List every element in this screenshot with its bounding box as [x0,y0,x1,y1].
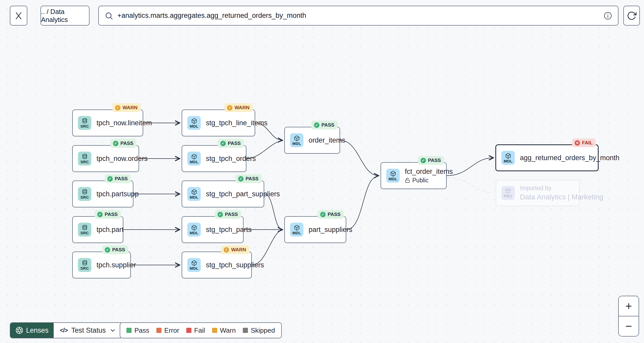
node-stg-tpch-line-items[interactable]: ! WARN MDL stg_tpch_line_items [182,110,255,136]
zoom-out-button[interactable]: − [619,316,639,336]
node-tpch-now-lineitem[interactable]: ! WARN SRC tpch_now.lineitem [72,110,143,136]
pass-icon: ✓ [107,176,113,182]
status-badge: ✓ PASS [418,156,444,165]
cube-icon [191,260,197,266]
cube-icon [191,225,197,231]
database-icon [82,118,88,124]
model-chip: MDL [290,133,303,147]
status-badge: ✓ PASS [311,121,337,129]
status-badge: ✓ PASS [318,210,344,219]
edge-stg-part-suppliers-part-suppliers [264,194,282,229]
node-label: stg_tpch_parts [206,226,252,234]
edge-fct-order-items-imported-project [447,178,494,193]
pass-icon: ✓ [320,212,326,217]
node-label: tpch_now.lineitem [96,119,152,127]
status-badge: ! WARN [112,103,141,112]
status-badge: ✕ FAIL [572,138,596,147]
lineage-canvas: { "topbar": { "breadcrumb": ".. / Data A… [0,0,644,343]
database-icon [82,154,88,160]
source-chip: SRC [78,152,91,166]
node-stg-tpch-suppliers[interactable]: ! WARN MDL stg_tpch_suppliers [182,252,252,278]
node-label: part_suppliers [309,226,352,234]
access-label: Public [405,177,453,184]
warn-swatch [212,328,217,333]
node-label: tpch_now.orders [96,155,148,163]
status-badge: ! WARN [224,103,253,112]
lenses-label: Lenses [26,326,49,334]
pass-swatch [126,328,132,333]
node-agg-returned-orders-by-month[interactable]: ✕ FAIL MDL agg_returned_orders_by_month [495,144,599,171]
node-imported-project[interactable]: PRJ Imported by Data Analytics | Marketi… [496,180,580,206]
legend-item-warn: Warn [212,326,236,334]
project-chip: PRJ [501,186,515,200]
edge-fct-order-items-agg [447,158,493,176]
pass-icon: ✓ [220,141,226,146]
lens-control: Lenses </> Test Status [10,322,123,338]
source-chip: SRC [78,223,91,237]
error-swatch [156,328,162,333]
node-tpch-supplier[interactable]: ✓ PASS SRC tpch.supplier [72,252,131,278]
node-label: tpch.supplier [96,261,136,269]
node-part-suppliers[interactable]: ✓ PASS MDL part_suppliers [284,216,346,243]
lens-selector[interactable]: </> Test Status [54,323,122,338]
pass-icon: ✓ [97,212,103,217]
skipped-swatch [243,328,248,333]
unlock-icon [405,178,410,183]
pass-icon: ✓ [314,122,319,128]
node-order-items[interactable]: ✓ PASS MDL order_items [284,127,340,154]
node-fct-order-items[interactable]: ✓ PASS MDL fct_order_items Public [381,162,447,189]
test-status-legend: Pass Error Fail Warn Skipped [120,322,282,338]
pass-icon: ✓ [421,158,426,163]
legend-item-error: Error [156,326,179,334]
imported-project-name: Data Analytics | Marketing [520,193,603,201]
node-tpch-now-orders[interactable]: ✓ PASS SRC tpch_now.orders [72,145,139,172]
warn-icon: ! [115,105,120,111]
cube-icon [390,171,396,177]
chevron-down-icon [109,327,116,334]
pass-icon: ✓ [218,212,223,217]
zoom-in-button[interactable]: + [619,296,639,316]
status-badge: ✓ PASS [105,174,131,183]
node-tpch-partsupp[interactable]: ✓ PASS SRC tpch.partsupp [72,181,133,207]
database-icon [82,189,88,195]
node-stg-tpch-part-suppliers[interactable]: ✓ PASS MDL stg_tpch_part_suppliers [182,181,264,207]
source-chip: SRC [78,258,91,272]
model-chip: MDL [187,152,201,166]
node-label: fct_order_items [405,168,453,176]
node-stg-tpch-parts[interactable]: ✓ PASS MDL stg_tpch_parts [182,216,244,243]
edge-stg-suppliers-part-suppliers [252,230,283,265]
node-label: stg_tpch_suppliers [206,261,264,269]
cube-icon [294,135,300,141]
pass-icon: ✓ [105,247,110,253]
archive-icon [505,188,511,194]
model-chip: MDL [187,187,201,201]
pass-icon: ✓ [113,141,118,146]
model-chip: MDL [386,169,400,183]
aperture-icon [15,326,23,334]
imported-by-label: Imported by [520,185,603,192]
node-label: order_items [309,136,345,144]
node-stg-tpch-orders[interactable]: ✓ PASS MDL stg_tpch_orders [182,145,246,172]
status-badge: ✓ PASS [102,245,128,254]
legend-item-skipped: Skipped [243,326,275,334]
node-label: stg_tpch_line_items [206,119,268,127]
node-tpch-part[interactable]: ✓ PASS SRC tpch.part [72,216,123,243]
cube-icon [294,225,300,231]
cube-icon [191,118,197,124]
warn-icon: ! [224,247,229,253]
legend-item-pass: Pass [126,326,149,334]
node-label: tpch.part [96,226,124,234]
warn-icon: ! [227,105,232,111]
status-badge: ✓ PASS [215,210,241,219]
model-chip: MDL [187,223,201,237]
edge-part-suppliers-fct-order-items [346,176,379,230]
model-chip: MDL [290,223,303,237]
lenses-button[interactable]: Lenses [10,323,54,338]
status-badge: ✓ PASS [110,139,136,148]
source-chip: SRC [78,187,91,201]
code-icon: </> [60,327,68,334]
model-chip: MDL [187,116,201,130]
fail-icon: ✕ [575,140,580,146]
zoom-controls: + − [618,296,639,337]
model-chip: MDL [501,151,515,165]
